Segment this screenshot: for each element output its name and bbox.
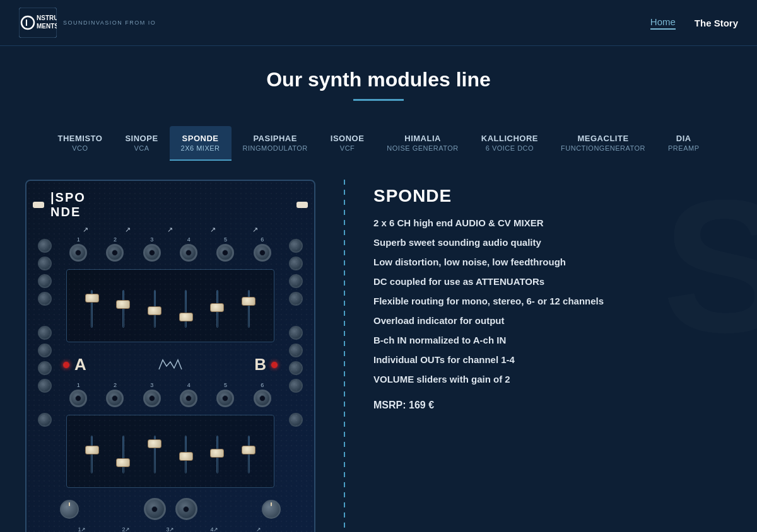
tab-themisto[interactable]: THEMISTO VCO xyxy=(46,126,114,161)
side-knob-r6 xyxy=(289,344,303,357)
tab-name-megaclite: MEGACLITE xyxy=(578,134,629,143)
tab-name-pasiphae: PASIPHAE xyxy=(253,134,297,143)
tab-kallichore[interactable]: KALLICHORE 6 Voice DCO xyxy=(470,126,549,161)
side-knob-l5 xyxy=(38,326,52,340)
tab-name-isonoe: ISONOE xyxy=(331,134,365,143)
feature-8: VOLUME sliders with gain of 2 xyxy=(373,373,732,386)
slider-handle-a1[interactable] xyxy=(85,294,99,303)
logo-text: SOUNDINVASION FROM IO xyxy=(63,20,156,26)
feature-5: Overload indicator for output xyxy=(373,314,732,327)
slider-row-a xyxy=(73,277,267,334)
title-underline xyxy=(353,99,404,101)
feature-4: Flexible routing for mono, stereo, 6- or… xyxy=(373,294,732,308)
slider-col-a4 xyxy=(185,284,187,334)
tab-name-dia: DIA xyxy=(676,134,691,143)
tab-dia[interactable]: DIA PREAMP xyxy=(657,126,710,161)
slider-handle-a5[interactable] xyxy=(210,303,224,312)
feature-list: 2 x 6 CH high end AUDIO & CV MIXER Super… xyxy=(373,216,732,412)
tab-type-sponde: 2x6 MIXER xyxy=(181,144,220,152)
slider-handle-a3[interactable] xyxy=(148,306,161,315)
tab-name-himalia: HIMALIA xyxy=(404,134,441,143)
tab-name-sponde: SPONDE xyxy=(182,134,219,143)
feature-price: MSRP: 169 € xyxy=(373,398,732,412)
tab-himalia[interactable]: HIMALIA Noise Generator xyxy=(375,126,469,161)
ab-divider: A B xyxy=(57,350,284,379)
slider-handle-a4[interactable] xyxy=(179,313,193,321)
slider-handle-b4[interactable] xyxy=(179,452,193,461)
header: I NSTRU MENTS SOUNDINVASION FROM IO Home… xyxy=(0,0,757,46)
slider-col-b1 xyxy=(91,429,93,480)
feature-7: Individual OUTs for channel 1-4 xyxy=(373,353,732,366)
nav-home[interactable]: Home xyxy=(650,16,676,30)
jack-b3 xyxy=(143,390,161,407)
top-led-left xyxy=(33,202,44,208)
jack-b2 xyxy=(106,390,124,407)
slider-col-b4 xyxy=(185,429,187,480)
tab-sponde[interactable]: SPONDE 2x6 MIXER xyxy=(170,126,232,161)
tab-megaclite[interactable]: MEGACLITE FunctionGenerator xyxy=(549,126,657,161)
page-title-section: Our synth modules line xyxy=(0,46,757,113)
feature-0: 2 x 6 CH high end AUDIO & CV MIXER xyxy=(373,216,732,229)
slider-handle-b1[interactable] xyxy=(85,446,99,454)
side-knob-r9 xyxy=(289,413,303,427)
side-knob-r8 xyxy=(289,379,303,393)
slider-col-b2 xyxy=(122,429,124,480)
side-knob-r2 xyxy=(289,257,303,270)
module-center: 1 2 3 4 xyxy=(57,236,284,532)
tab-type-isonoe: VCF xyxy=(340,144,355,152)
jack-b1 xyxy=(69,390,87,407)
side-knob-l1 xyxy=(38,239,52,253)
bottom-knob-right[interactable] xyxy=(262,500,281,519)
jack-a5 xyxy=(216,244,234,262)
channel-a-label: A xyxy=(74,355,86,374)
tab-type-sinope: VCA xyxy=(134,144,149,152)
slider-track-a2 xyxy=(122,284,124,334)
bottom-jack-2 xyxy=(175,498,197,520)
bottom-knob-left[interactable] xyxy=(60,500,79,519)
tab-type-themisto: VCO xyxy=(72,144,88,152)
channel-b-label: B xyxy=(254,355,266,374)
channel-b-jack-row: 1 2 3 4 xyxy=(57,382,284,407)
logo-subtitle: SOUNDINVASION FROM IO xyxy=(63,20,156,26)
slider-handle-b2[interactable] xyxy=(116,458,130,467)
nav-story[interactable]: The Story xyxy=(695,18,738,28)
logo-area: I NSTRU MENTS SOUNDINVASION FROM IO xyxy=(19,8,156,38)
slider-line-a5 xyxy=(216,290,218,328)
module-image-area: |SPONDE ↗ ↗ ↗ ↗ ↗ xyxy=(25,180,315,532)
slider-handle-b5[interactable] xyxy=(210,449,224,458)
main-content: |SPONDE ↗ ↗ ↗ ↗ ↗ xyxy=(0,161,757,532)
jack-a1 xyxy=(69,244,87,262)
slider-line-a3 xyxy=(154,290,156,328)
slider-handle-a2[interactable] xyxy=(116,300,130,309)
channel-a-jack-row: 1 2 3 4 xyxy=(57,236,284,262)
red-led-b xyxy=(271,362,278,368)
tab-name-sinope: SINOPE xyxy=(125,134,158,143)
bottom-controls xyxy=(57,498,284,520)
slider-handle-a6[interactable] xyxy=(242,297,255,306)
feature-2: Low distortion, low noise, low feedthrou… xyxy=(373,255,732,269)
side-knob-l6 xyxy=(38,344,52,357)
side-knob-r3 xyxy=(289,274,303,288)
slider-col-a3 xyxy=(154,284,156,334)
slider-section-b xyxy=(66,415,274,488)
tab-type-megaclite: FunctionGenerator xyxy=(561,144,645,152)
side-knob-l4 xyxy=(38,292,52,306)
tab-isonoe[interactable]: ISONOE VCF xyxy=(319,126,376,161)
vertical-divider xyxy=(344,180,345,532)
tab-type-pasiphae: Ringmodulator xyxy=(243,144,308,152)
slider-row-b xyxy=(73,423,267,480)
slider-handle-b3[interactable] xyxy=(148,439,161,448)
tab-name-themisto: THEMISTO xyxy=(57,134,102,143)
module-tabs: THEMISTO VCO SINOPE VCA SPONDE 2x6 MIXER… xyxy=(0,113,757,161)
slider-handle-b6[interactable] xyxy=(242,446,255,454)
bottom-center-jacks xyxy=(144,498,197,520)
right-side-column xyxy=(284,236,308,532)
red-led-a xyxy=(63,362,69,368)
slider-track-a4 xyxy=(185,284,187,334)
wave-icon xyxy=(158,357,183,373)
module-top-bar: |SPONDE xyxy=(33,190,308,219)
wave-symbol xyxy=(158,357,183,373)
tab-pasiphae[interactable]: PASIPHAE Ringmodulator xyxy=(232,126,319,161)
tab-sinope[interactable]: SINOPE VCA xyxy=(114,126,169,161)
slider-line-a6 xyxy=(248,290,250,328)
